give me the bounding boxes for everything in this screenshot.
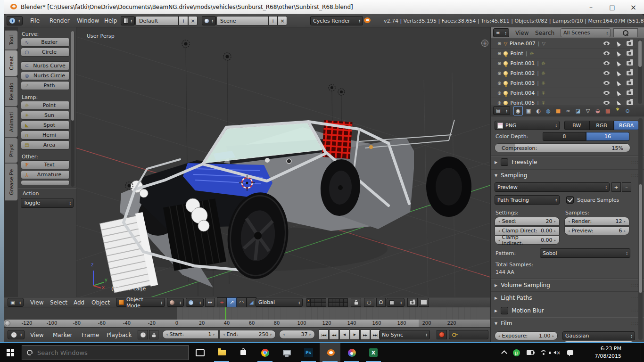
shelf-button-partial[interactable] [21, 180, 70, 185]
outliner-scrollbar[interactable] [638, 40, 642, 104]
add-area-lamp-button[interactable]: ▤ Area [21, 140, 70, 149]
expand-icon[interactable]: ⊕ [497, 71, 501, 76]
tab-grease-pencil[interactable]: Grease Pe [5, 163, 18, 201]
renderability-toggle[interactable] [627, 71, 633, 75]
renderability-toggle[interactable] [627, 61, 633, 66]
add-text-button[interactable]: F Text [21, 160, 70, 169]
filter-type-dropdown[interactable]: Gaussian ▴▾ [562, 331, 635, 340]
pattern-dropdown[interactable]: Sobol ▴▾ [540, 248, 630, 258]
taskbar-file-explorer[interactable] [211, 343, 232, 362]
volume-muted-icon[interactable]: × [553, 350, 561, 355]
outliner-row-point003[interactable]: ⊕ Point.003 | ☼ [491, 78, 637, 88]
add-bezier-button[interactable]: ∿ Bezier [21, 38, 70, 47]
expand-icon[interactable]: ⊕ [497, 51, 501, 56]
play-reverse-button[interactable]: ◀ [339, 329, 349, 340]
add-hemi-lamp-button[interactable]: ∩ Hemi [21, 131, 70, 140]
render-engine-selector[interactable]: Cycles Render ▴▾ [310, 16, 363, 25]
view3d-menu-object[interactable]: Object [91, 299, 110, 306]
viewport-shading-dropdown[interactable]: ▴▾ [167, 298, 184, 307]
add-sun-lamp-button[interactable]: ☀ Sun [21, 111, 70, 120]
sampling-panel-header[interactable]: ▼ Sampling :::: [495, 171, 639, 180]
seed-field[interactable]: ◂Seed: 20▸ [495, 217, 560, 226]
file-format-dropdown[interactable]: PNG ▴▾ [495, 121, 560, 130]
view3d-editor-selector[interactable]: ▣ ▴▾ [8, 298, 24, 307]
outliner-row-point002[interactable]: ⊕ Point.002 | ☼ [491, 68, 637, 78]
physics-tab-icon[interactable]: ⊙ [623, 107, 632, 115]
world-tab-icon[interactable]: ◍ [544, 107, 553, 115]
start-button[interactable] [0, 343, 21, 362]
visibility-toggle[interactable] [603, 91, 610, 95]
expand-icon[interactable]: ⊕ [497, 81, 501, 86]
taskbar-store[interactable] [233, 343, 254, 362]
expand-icon[interactable]: ⊕ [497, 90, 501, 96]
sampling-preset-dropdown[interactable]: Preview ▴▾ [495, 182, 610, 192]
outliner-menu-search[interactable]: Search [535, 30, 554, 36]
end-frame-field[interactable]: ◂End: 250▸ [219, 330, 276, 339]
outliner-row-point004[interactable]: ⊕ Point.004 | ☼ [491, 88, 637, 98]
jump-next-keyframe-button[interactable]: ▶▶ [360, 329, 370, 340]
lock-frame-toggle[interactable] [149, 330, 158, 339]
pivot-align-toggle[interactable]: ↔ [205, 298, 215, 307]
timeline-region[interactable]: -120 -100 -80 -60 -40 -20 0 20 40 60 80 … [4, 307, 490, 327]
editor-type-selector[interactable]: i ▴▾ [7, 16, 23, 25]
visibility-toggle[interactable] [603, 81, 610, 85]
taskbar-system-monitor[interactable] [276, 343, 297, 362]
add-circle-button[interactable]: ○ Circle [21, 48, 70, 57]
auto-keyframe-toggle[interactable] [437, 330, 447, 339]
outliner-menu-view[interactable]: View [515, 30, 528, 36]
material-tab-icon[interactable]: ◒ [594, 107, 602, 115]
object-tab-icon[interactable]: ■ [554, 107, 562, 115]
texture-tab-icon[interactable]: ▩ [603, 107, 612, 115]
keying-set-field[interactable] [449, 330, 488, 339]
view3d-menu-select[interactable]: Select [50, 299, 67, 306]
add-nurbs-curve-button[interactable]: ⊂ Nurbs Curve [21, 61, 70, 70]
use-preview-range-toggle[interactable] [138, 330, 148, 339]
layout-delete-button[interactable]: × [188, 16, 198, 25]
play-button[interactable]: ▶ [350, 329, 360, 340]
menu-file[interactable]: File [30, 17, 40, 24]
timeline-menu-view[interactable]: View [30, 332, 43, 338]
jump-prev-keyframe-button[interactable]: ◀◀ [329, 329, 339, 340]
show-desktop-button[interactable] [641, 343, 644, 362]
expand-icon[interactable]: ⊕ [497, 100, 501, 106]
outliner-display-filter[interactable]: All Scenes ▴▾ [561, 28, 611, 37]
motion-blur-checkbox[interactable] [501, 307, 508, 314]
square-samples-checkbox[interactable] [566, 196, 574, 204]
opengl-render-anim-button[interactable] [419, 298, 429, 307]
color-mode-rgba[interactable]: RGBA [614, 121, 639, 130]
depth-8-button[interactable]: 8 [543, 132, 586, 141]
scene-name-field[interactable]: Scene [216, 16, 268, 25]
tab-physics[interactable]: Physi [5, 138, 18, 163]
toolshelf-scrollbar[interactable] [71, 31, 74, 187]
film-panel-header[interactable]: ▼ Film :::: [495, 319, 639, 328]
minimize-button[interactable]: – [580, 3, 602, 11]
add-point-lamp-button[interactable]: ☼ Point [21, 101, 70, 110]
menu-window[interactable]: Window [77, 17, 99, 24]
selectability-toggle[interactable] [615, 40, 621, 47]
constraints-tab-icon[interactable]: ∞ [564, 107, 572, 115]
view3d-menu-add[interactable]: Add [74, 299, 84, 306]
timeline-menu-frame[interactable]: Frame [82, 332, 99, 338]
snap-toggle[interactable]: Ω [376, 298, 386, 307]
task-view-button[interactable] [190, 343, 210, 362]
menu-render[interactable]: Render [50, 17, 70, 24]
translate-manipulator-button[interactable]: ↗ [227, 297, 237, 307]
scene-add-button[interactable]: + [268, 16, 278, 25]
renderability-toggle[interactable] [627, 51, 633, 56]
screen-layout-selector[interactable]: ▴▾ [121, 16, 135, 25]
visibility-toggle[interactable] [603, 41, 610, 45]
lock-to-scene-toggle[interactable] [351, 298, 361, 307]
visibility-toggle[interactable] [603, 51, 610, 55]
exposure-field[interactable]: ◂Exposure: 1.00▸ [495, 331, 558, 340]
snap-element-dropdown[interactable]: ▴▾ [387, 298, 405, 307]
tab-create[interactable]: Creat [5, 50, 18, 76]
utorrent-tray-icon[interactable]: µ [513, 349, 520, 356]
action-mode-dropdown[interactable]: Toggle ▴▾ [21, 198, 74, 208]
sync-mode-dropdown[interactable]: No Sync ▴▾ [379, 330, 430, 339]
layers-widget-group1[interactable] [306, 298, 325, 306]
maximize-button[interactable]: □ [602, 4, 623, 11]
properties-editor-selector[interactable]: ▤ ▴▾ [493, 106, 510, 115]
clamp-indirect-field[interactable]: ◂Clamp Indirect: 0.00▸ [495, 236, 560, 245]
add-spot-lamp-button[interactable]: ◣ Spot [21, 121, 70, 130]
selectability-toggle[interactable] [615, 80, 621, 86]
